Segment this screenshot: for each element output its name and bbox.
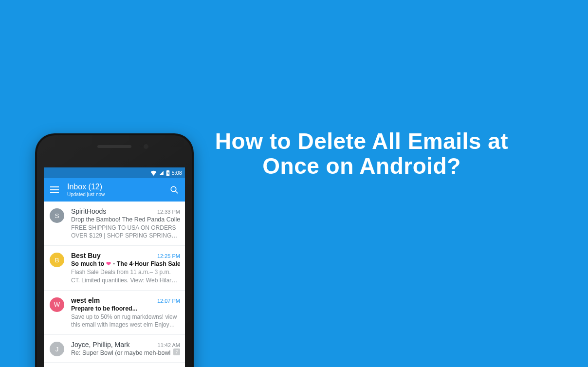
avatar[interactable]: J — [50, 342, 64, 356]
cell-signal-icon — [159, 170, 164, 176]
email-subject: Drop the Bamboo! The Red Panda Collecto… — [71, 216, 180, 223]
email-time: 11:42 AM — [155, 342, 180, 348]
status-bar: 5:08 — [44, 167, 185, 178]
email-sender: Joyce, Phillip, Mark — [71, 341, 155, 349]
svg-rect-2 — [50, 186, 59, 187]
hamburger-icon — [50, 186, 59, 193]
battery-charging-icon — [166, 170, 170, 176]
email-sender: west elm — [71, 296, 154, 304]
app-bar: Inbox (12) Updated just now — [44, 178, 185, 202]
svg-line-6 — [175, 191, 178, 193]
email-item[interactable]: B Best Buy 12:25 PM So much to ❤ - The 4… — [44, 246, 185, 290]
phone-frame: 5:08 Inbox (12) Updated just now S Spiri… — [35, 133, 194, 367]
wifi-icon — [150, 170, 157, 176]
email-subject: Prepare to be floored... — [71, 305, 180, 312]
status-clock: 5:08 — [172, 170, 182, 176]
email-preview: Flash Sale Deals from 11 a.m.– 3 p.m. CT… — [71, 268, 180, 284]
inbox-subtitle: Updated just now — [67, 192, 167, 197]
email-sender: Best Buy — [71, 252, 154, 259]
phone-screen: 5:08 Inbox (12) Updated just now S Spiri… — [44, 167, 185, 367]
appbar-title-block: Inbox (12) Updated just now — [61, 183, 167, 197]
phone-camera — [144, 144, 148, 149]
email-item[interactable]: W west elm 12:07 PM Prepare to be floore… — [44, 291, 185, 335]
search-icon — [170, 185, 179, 194]
avatar[interactable]: B — [50, 253, 64, 267]
email-time: 12:33 PM — [154, 209, 180, 215]
email-time: 12:25 PM — [154, 253, 180, 259]
email-item[interactable]: S SpiritHoods 12:33 PM Drop the Bamboo! … — [44, 202, 185, 246]
inbox-title: Inbox (12) — [67, 183, 167, 191]
email-preview: FREE SHIPPING TO USA ON ORDERS OVER $129… — [71, 224, 180, 239]
avatar[interactable]: W — [50, 297, 64, 312]
email-sender: SpiritHoods — [71, 207, 154, 215]
menu-button[interactable] — [48, 183, 61, 197]
attachment-count-badge: 7 — [173, 349, 180, 355]
email-subject: Re: Super Bowl (or maybe meh-bowl) p… — [71, 349, 170, 356]
email-time: 12:07 PM — [154, 298, 180, 304]
heart-icon: ❤ — [106, 260, 111, 267]
svg-rect-3 — [50, 189, 59, 190]
email-item[interactable]: J Joyce, Phillip, Mark 11:42 AM Re: Supe… — [44, 335, 185, 363]
email-preview: Save up to 50% on rug markdowns! view th… — [71, 313, 180, 329]
search-button[interactable] — [167, 183, 181, 197]
email-subject: So much to ❤ - The 4-Hour Flash Sale is … — [71, 260, 180, 267]
svg-rect-1 — [167, 170, 168, 170]
avatar[interactable]: S — [50, 208, 64, 223]
phone-speaker — [97, 145, 131, 148]
svg-rect-4 — [50, 192, 59, 193]
page-headline: How to Delete All Emails at Once on Andr… — [184, 129, 539, 178]
email-list: S SpiritHoods 12:33 PM Drop the Bamboo! … — [44, 202, 185, 363]
